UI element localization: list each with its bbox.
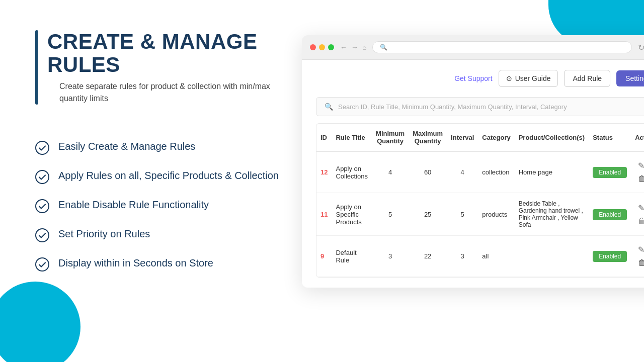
- row-1-status: Enabled: [589, 151, 631, 193]
- col-header-interval: Interval: [447, 124, 478, 151]
- delete-button-2[interactable]: 🗑: [635, 215, 644, 228]
- row-1-action: ✎ 🗑: [631, 151, 644, 193]
- col-header-action: Action: [631, 124, 644, 151]
- edit-button-3[interactable]: ✎: [635, 243, 644, 256]
- status-badge-2: Enabled: [593, 209, 627, 220]
- delete-button-3[interactable]: 🗑: [635, 256, 644, 269]
- app-header: Get Support ⊙ User Guide Add Rule Settin…: [316, 70, 644, 87]
- feature-item-4: Set Priority on Rules: [35, 227, 282, 242]
- feature-item-5: Display within in Seconds on Store: [35, 256, 282, 272]
- row-3-products: [515, 236, 589, 277]
- row-3-title: Default Rule: [332, 236, 372, 277]
- table-row: 9 Default Rule 3 22 3 all Enabled: [316, 236, 644, 277]
- feature-item-2: Apply Rules on all, Specific Products & …: [35, 169, 282, 184]
- user-guide-icon: ⊙: [506, 74, 512, 82]
- status-badge-1: Enabled: [593, 167, 627, 178]
- search-placeholder: Search ID, Rule Title, Minimum Quantity,…: [338, 103, 567, 111]
- col-header-min-qty: MinimumQuantity: [372, 124, 409, 151]
- title-bar: [35, 30, 38, 105]
- page-title: CREATE & MANAGE RULES: [47, 30, 282, 76]
- row-2-products: Bedside Table , Gardening hand trowel , …: [515, 193, 589, 236]
- svg-point-0: [36, 141, 49, 154]
- row-1-products: Home page: [515, 151, 589, 193]
- row-1-max: 60: [409, 151, 447, 193]
- dot-green[interactable]: [328, 44, 334, 50]
- row-1-id[interactable]: 12: [320, 168, 328, 176]
- check-icon-4: [35, 228, 49, 242]
- browser-dots: [310, 44, 334, 50]
- features-list: Easily Create & Manage Rules Apply Rules…: [35, 140, 282, 272]
- table-header-row: ID Rule Title MinimumQuantity MaximumQua…: [316, 124, 644, 151]
- row-2-category: products: [478, 193, 514, 236]
- col-header-category: Category: [478, 124, 514, 151]
- check-icon-3: [35, 199, 49, 213]
- page-subtitle: Create separate rules for product & coll…: [59, 80, 282, 105]
- check-icon-2: [35, 170, 49, 184]
- feature-label-5: Display within in Seconds on Store: [58, 256, 213, 269]
- feature-label-1: Easily Create & Manage Rules: [58, 140, 195, 153]
- row-2-title: Apply on Specific Products: [332, 193, 372, 236]
- search-bar[interactable]: 🔍 Search ID, Rule Title, Minimum Quantit…: [316, 97, 644, 116]
- row-2-max: 25: [409, 193, 447, 236]
- svg-point-4: [36, 258, 49, 271]
- row-3-action: ✎ 🗑: [631, 236, 644, 277]
- edit-button-1[interactable]: ✎: [635, 159, 644, 172]
- status-badge-3: Enabled: [593, 251, 627, 262]
- row-3-interval: 3: [447, 236, 478, 277]
- table-row: 12 Apply on Collections 4 60 4 collectio…: [316, 151, 644, 193]
- col-header-id: ID: [316, 124, 332, 151]
- user-guide-button[interactable]: ⊙ User Guide: [499, 70, 558, 87]
- svg-point-1: [36, 170, 49, 184]
- check-icon-1: [35, 141, 49, 155]
- nav-home-icon[interactable]: ⌂: [362, 43, 366, 51]
- table-row: 11 Apply on Specific Products 5 25 5 pro…: [316, 193, 644, 236]
- feature-item-3: Enable Disable Rule Functionality: [35, 198, 282, 213]
- left-panel: CREATE & MANAGE RULES Create separate ru…: [35, 30, 282, 342]
- browser-window: ← → ⌂ 🔍 ↻ + ⊟ Get Support: [302, 35, 644, 288]
- feature-label-4: Set Priority on Rules: [58, 227, 150, 240]
- nav-back-icon[interactable]: ←: [340, 43, 347, 51]
- row-3-category: all: [478, 236, 514, 277]
- row-1-title: Apply on Collections: [332, 151, 372, 193]
- nav-reload-icon[interactable]: ↻: [638, 43, 644, 52]
- feature-label-3: Enable Disable Rule Functionality: [58, 198, 209, 211]
- svg-point-3: [36, 229, 49, 242]
- col-header-rule-title: Rule Title: [332, 124, 372, 151]
- row-2-status: Enabled: [589, 193, 631, 236]
- row-2-min: 5: [372, 193, 409, 236]
- row-2-action: ✎ 🗑: [631, 193, 644, 236]
- rules-table-container: ID Rule Title MinimumQuantity MaximumQua…: [316, 123, 644, 278]
- row-1-category: collection: [478, 151, 514, 193]
- browser-bar: ← → ⌂ 🔍 ↻ + ⊟: [302, 35, 644, 60]
- browser-nav: ← → ⌂: [340, 43, 366, 51]
- row-3-id[interactable]: 9: [320, 252, 324, 260]
- col-header-status: Status: [589, 124, 631, 151]
- svg-point-2: [36, 200, 49, 213]
- app-content: Get Support ⊙ User Guide Add Rule Settin…: [302, 60, 644, 288]
- col-header-products: Product/Collection(s): [515, 124, 589, 151]
- url-icon: 🔍: [380, 44, 387, 51]
- col-header-max-qty: MaximumQuantity: [409, 124, 447, 151]
- edit-button-2[interactable]: ✎: [635, 201, 644, 215]
- dot-yellow[interactable]: [319, 44, 325, 50]
- nav-forward-icon[interactable]: →: [351, 43, 358, 51]
- main-container: CREATE & MANAGE RULES Create separate ru…: [0, 0, 644, 362]
- dot-red[interactable]: [310, 44, 316, 50]
- row-2-id[interactable]: 11: [320, 211, 328, 218]
- get-support-button[interactable]: Get Support: [454, 74, 493, 82]
- add-rule-button[interactable]: Add Rule: [564, 70, 610, 87]
- row-1-min: 4: [372, 151, 409, 193]
- row-2-interval: 5: [447, 193, 478, 236]
- check-icon-5: [35, 257, 49, 272]
- row-3-status: Enabled: [589, 236, 631, 277]
- delete-button-1[interactable]: 🗑: [635, 172, 644, 186]
- browser-url-bar[interactable]: 🔍: [372, 41, 632, 53]
- feature-item-1: Easily Create & Manage Rules: [35, 140, 282, 155]
- title-block: CREATE & MANAGE RULES Create separate ru…: [35, 30, 282, 105]
- search-icon: 🔍: [325, 103, 333, 111]
- row-1-interval: 4: [447, 151, 478, 193]
- settings-button[interactable]: Settings: [616, 70, 644, 86]
- row-3-max: 22: [409, 236, 447, 277]
- rules-table: ID Rule Title MinimumQuantity MaximumQua…: [316, 124, 644, 277]
- feature-label-2: Apply Rules on all, Specific Products & …: [58, 169, 279, 182]
